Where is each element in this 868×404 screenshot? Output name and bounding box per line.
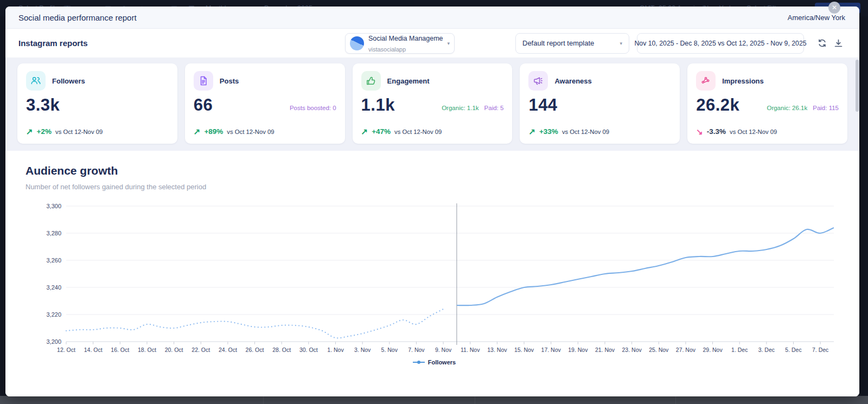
svg-text:18. Oct: 18. Oct: [138, 347, 156, 353]
awareness-card: Awareness 144 ↗ +33% vs Oct 12-Nov 09: [520, 63, 680, 144]
svg-text:29. Nov: 29. Nov: [703, 347, 723, 353]
svg-text:7. Dec: 7. Dec: [812, 347, 828, 353]
svg-text:3,260: 3,260: [46, 257, 61, 264]
card-value: 66: [194, 97, 213, 113]
trend-up-icon: ↗: [528, 127, 535, 136]
card-label: Followers: [52, 77, 85, 85]
svg-text:19. Nov: 19. Nov: [568, 347, 588, 353]
engagement-icon: [361, 71, 381, 91]
trend-down-icon: ↘: [696, 127, 703, 136]
svg-text:7. Nov: 7. Nov: [408, 347, 425, 353]
svg-text:17. Nov: 17. Nov: [541, 347, 561, 353]
svg-text:5. Dec: 5. Dec: [785, 347, 801, 353]
svg-text:28. Oct: 28. Oct: [272, 347, 291, 353]
trend-up-icon: ↗: [194, 127, 201, 136]
legend-label: Followers: [428, 359, 456, 365]
svg-text:13. Nov: 13. Nov: [487, 347, 507, 353]
svg-text:3. Nov: 3. Nov: [354, 347, 371, 353]
card-label: Posts: [220, 77, 239, 85]
trend-up-icon: ↗: [26, 127, 33, 136]
profile-name: Social Media Management Too: [368, 35, 443, 42]
card-side-stat: Organic: 1.1k: [442, 105, 478, 111]
card-value: 3.3k: [26, 97, 60, 113]
awareness-icon: [528, 71, 548, 91]
card-side-stat: Posts boosted: 0: [290, 105, 336, 111]
card-label: Impressions: [722, 77, 764, 85]
svg-text:15. Nov: 15. Nov: [514, 347, 534, 353]
svg-text:14. Oct: 14. Oct: [84, 347, 103, 353]
card-side-stat: Paid: 5: [484, 105, 504, 111]
legend-marker-icon: [413, 360, 425, 364]
modal-scrollbar[interactable]: [856, 60, 859, 112]
download-button[interactable]: [832, 37, 844, 49]
card-value: 144: [528, 97, 557, 113]
report-modal: Social media performance report America/…: [5, 7, 859, 396]
svg-text:24. Oct: 24. Oct: [219, 347, 237, 353]
card-label: Awareness: [554, 77, 591, 85]
svg-text:16. Oct: 16. Oct: [111, 347, 129, 353]
refresh-icon: [818, 39, 827, 48]
profile-handle: vistasocialapp: [368, 46, 406, 53]
svg-text:30. Oct: 30. Oct: [299, 347, 318, 353]
followers-icon: [26, 71, 46, 91]
date-range-picker[interactable]: Nov 10, 2025 - Dec 8, 2025 vs Oct 12, 20…: [637, 33, 804, 54]
section-title: Instagram reports: [18, 39, 88, 48]
svg-text:11. Nov: 11. Nov: [461, 347, 480, 353]
profile-selector[interactable]: Social Media Management Too vistasociala…: [345, 33, 455, 54]
card-label: Engagement: [387, 77, 430, 85]
svg-text:22. Oct: 22. Oct: [192, 347, 210, 353]
svg-text:3,240: 3,240: [46, 284, 61, 291]
impressions-icon: [696, 71, 716, 91]
chevron-down-icon: ▾: [447, 41, 450, 46]
impressions-card: Impressions 26.2k Organic: 26.1kPaid: 11…: [687, 63, 847, 144]
followers-card: Followers 3.3k ↗ +2% vs Oct 12-Nov 09: [17, 63, 177, 144]
card-value: 1.1k: [361, 97, 395, 113]
trend-up-icon: ↗: [361, 127, 368, 136]
card-comparison: vs Oct 12-Nov 09: [562, 129, 609, 135]
svg-text:12. Oct: 12. Oct: [57, 347, 75, 353]
legend-item-followers[interactable]: Followers: [25, 359, 843, 365]
report-template-value: Default report template: [522, 39, 594, 47]
svg-text:26. Oct: 26. Oct: [246, 347, 264, 353]
modal-header: Social media performance report America/…: [5, 7, 859, 29]
svg-text:23. Nov: 23. Nov: [622, 347, 642, 353]
card-side-stats: Organic: 1.1kPaid: 5: [442, 105, 503, 113]
chart-title: Audience growth: [25, 164, 843, 177]
engagement-card: Engagement 1.1k Organic: 1.1kPaid: 5 ↗ +…: [353, 63, 513, 144]
metric-cards: Followers 3.3k ↗ +2% vs Oct 12-Nov 09: [5, 57, 859, 151]
card-delta: -3.3%: [707, 127, 726, 136]
report-toolbar: Instagram reports Social Media Managemen…: [5, 29, 859, 57]
posts-card: Posts 66 Posts boosted: 0 ↗ +89% vs Oct …: [185, 63, 345, 144]
background-taskbar: [0, 396, 868, 404]
svg-text:5. Nov: 5. Nov: [381, 347, 398, 353]
svg-text:3,300: 3,300: [46, 203, 61, 209]
posts-icon: [194, 71, 213, 91]
card-side-stat: Organic: 26.1k: [767, 105, 807, 111]
svg-text:1. Dec: 1. Dec: [731, 347, 748, 353]
svg-text:3. Dec: 3. Dec: [758, 347, 775, 353]
audience-growth-chart[interactable]: 3,2003,2203,2403,2603,2803,30012. Oct14.…: [25, 201, 839, 358]
card-delta: +2%: [37, 127, 52, 136]
close-icon[interactable]: ✕: [828, 2, 840, 14]
refresh-button[interactable]: [816, 37, 828, 49]
svg-text:9. Nov: 9. Nov: [435, 347, 452, 353]
date-range-value: Nov 10, 2025 - Dec 8, 2025 vs Oct 12, 20…: [634, 40, 806, 47]
card-comparison: vs Oct 12-Nov 09: [730, 129, 777, 135]
card-delta: +89%: [204, 127, 223, 136]
card-side-stat: Paid: 115: [813, 105, 839, 111]
card-delta: +33%: [539, 127, 558, 136]
card-comparison: vs Oct 12-Nov 09: [227, 129, 274, 135]
svg-text:20. Oct: 20. Oct: [165, 347, 183, 353]
chart-subtitle: Number of net followers gained during th…: [25, 183, 843, 191]
svg-text:25. Nov: 25. Nov: [649, 347, 669, 353]
timezone-label: America/New York: [788, 14, 845, 22]
report-template-select[interactable]: Default report template ▾: [515, 33, 629, 54]
card-delta: +47%: [372, 127, 391, 136]
download-icon: [834, 39, 843, 48]
card-comparison: vs Oct 12-Nov 09: [55, 129, 103, 135]
audience-growth-section: Audience growth Number of net followers …: [5, 151, 859, 396]
svg-text:21. Nov: 21. Nov: [595, 347, 615, 353]
card-value: 26.2k: [696, 97, 739, 113]
card-comparison: vs Oct 12-Nov 09: [394, 129, 442, 135]
svg-text:27. Nov: 27. Nov: [676, 347, 696, 353]
